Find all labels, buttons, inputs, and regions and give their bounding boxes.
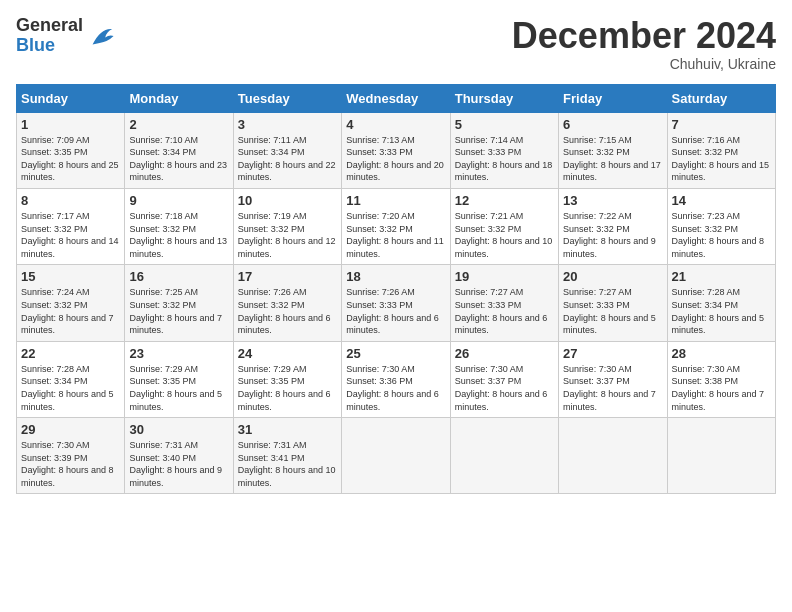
- day-number: 28: [672, 346, 771, 361]
- calendar-cell: 7Sunrise: 7:16 AMSunset: 3:32 PMDaylight…: [667, 112, 775, 188]
- day-number: 25: [346, 346, 445, 361]
- calendar-cell: 15Sunrise: 7:24 AMSunset: 3:32 PMDayligh…: [17, 265, 125, 341]
- day-info: Sunrise: 7:29 AMSunset: 3:35 PMDaylight:…: [238, 363, 337, 413]
- day-number: 16: [129, 269, 228, 284]
- title-block: December 2024 Chuhuiv, Ukraine: [512, 16, 776, 72]
- calendar-cell: 14Sunrise: 7:23 AMSunset: 3:32 PMDayligh…: [667, 188, 775, 264]
- day-number: 19: [455, 269, 554, 284]
- calendar-cell: 13Sunrise: 7:22 AMSunset: 3:32 PMDayligh…: [559, 188, 667, 264]
- calendar-cell: 2Sunrise: 7:10 AMSunset: 3:34 PMDaylight…: [125, 112, 233, 188]
- month-title: December 2024: [512, 16, 776, 56]
- day-info: Sunrise: 7:22 AMSunset: 3:32 PMDaylight:…: [563, 210, 662, 260]
- day-info: Sunrise: 7:24 AMSunset: 3:32 PMDaylight:…: [21, 286, 120, 336]
- calendar-cell: [342, 418, 450, 494]
- day-number: 26: [455, 346, 554, 361]
- day-number: 17: [238, 269, 337, 284]
- calendar-cell: [450, 418, 558, 494]
- calendar-cell: 6Sunrise: 7:15 AMSunset: 3:32 PMDaylight…: [559, 112, 667, 188]
- logo-icon: [87, 22, 115, 50]
- day-info: Sunrise: 7:11 AMSunset: 3:34 PMDaylight:…: [238, 134, 337, 184]
- day-info: Sunrise: 7:25 AMSunset: 3:32 PMDaylight:…: [129, 286, 228, 336]
- col-header-friday: Friday: [559, 84, 667, 112]
- day-info: Sunrise: 7:27 AMSunset: 3:33 PMDaylight:…: [563, 286, 662, 336]
- col-header-thursday: Thursday: [450, 84, 558, 112]
- calendar-week-3: 15Sunrise: 7:24 AMSunset: 3:32 PMDayligh…: [17, 265, 776, 341]
- day-info: Sunrise: 7:18 AMSunset: 3:32 PMDaylight:…: [129, 210, 228, 260]
- day-number: 24: [238, 346, 337, 361]
- subtitle: Chuhuiv, Ukraine: [512, 56, 776, 72]
- day-number: 1: [21, 117, 120, 132]
- calendar-week-5: 29Sunrise: 7:30 AMSunset: 3:39 PMDayligh…: [17, 418, 776, 494]
- day-info: Sunrise: 7:19 AMSunset: 3:32 PMDaylight:…: [238, 210, 337, 260]
- logo-text: General Blue: [16, 16, 83, 56]
- day-number: 2: [129, 117, 228, 132]
- day-info: Sunrise: 7:27 AMSunset: 3:33 PMDaylight:…: [455, 286, 554, 336]
- day-info: Sunrise: 7:15 AMSunset: 3:32 PMDaylight:…: [563, 134, 662, 184]
- day-number: 29: [21, 422, 120, 437]
- day-info: Sunrise: 7:31 AMSunset: 3:40 PMDaylight:…: [129, 439, 228, 489]
- calendar-cell: 23Sunrise: 7:29 AMSunset: 3:35 PMDayligh…: [125, 341, 233, 417]
- calendar-cell: 27Sunrise: 7:30 AMSunset: 3:37 PMDayligh…: [559, 341, 667, 417]
- calendar-cell: 17Sunrise: 7:26 AMSunset: 3:32 PMDayligh…: [233, 265, 341, 341]
- day-info: Sunrise: 7:26 AMSunset: 3:33 PMDaylight:…: [346, 286, 445, 336]
- logo-general: General: [16, 15, 83, 35]
- col-header-monday: Monday: [125, 84, 233, 112]
- col-header-wednesday: Wednesday: [342, 84, 450, 112]
- day-number: 30: [129, 422, 228, 437]
- calendar-cell: 30Sunrise: 7:31 AMSunset: 3:40 PMDayligh…: [125, 418, 233, 494]
- day-info: Sunrise: 7:17 AMSunset: 3:32 PMDaylight:…: [21, 210, 120, 260]
- calendar-cell: 29Sunrise: 7:30 AMSunset: 3:39 PMDayligh…: [17, 418, 125, 494]
- day-info: Sunrise: 7:09 AMSunset: 3:35 PMDaylight:…: [21, 134, 120, 184]
- logo-blue: Blue: [16, 35, 55, 55]
- day-number: 18: [346, 269, 445, 284]
- day-number: 31: [238, 422, 337, 437]
- day-info: Sunrise: 7:10 AMSunset: 3:34 PMDaylight:…: [129, 134, 228, 184]
- day-info: Sunrise: 7:20 AMSunset: 3:32 PMDaylight:…: [346, 210, 445, 260]
- day-number: 3: [238, 117, 337, 132]
- day-number: 5: [455, 117, 554, 132]
- day-info: Sunrise: 7:21 AMSunset: 3:32 PMDaylight:…: [455, 210, 554, 260]
- day-number: 14: [672, 193, 771, 208]
- calendar-week-2: 8Sunrise: 7:17 AMSunset: 3:32 PMDaylight…: [17, 188, 776, 264]
- day-info: Sunrise: 7:23 AMSunset: 3:32 PMDaylight:…: [672, 210, 771, 260]
- day-number: 10: [238, 193, 337, 208]
- calendar-cell: 28Sunrise: 7:30 AMSunset: 3:38 PMDayligh…: [667, 341, 775, 417]
- calendar-cell: 11Sunrise: 7:20 AMSunset: 3:32 PMDayligh…: [342, 188, 450, 264]
- day-number: 27: [563, 346, 662, 361]
- col-header-tuesday: Tuesday: [233, 84, 341, 112]
- calendar-cell: 3Sunrise: 7:11 AMSunset: 3:34 PMDaylight…: [233, 112, 341, 188]
- col-header-saturday: Saturday: [667, 84, 775, 112]
- calendar-cell: 16Sunrise: 7:25 AMSunset: 3:32 PMDayligh…: [125, 265, 233, 341]
- day-info: Sunrise: 7:28 AMSunset: 3:34 PMDaylight:…: [672, 286, 771, 336]
- calendar-table: SundayMondayTuesdayWednesdayThursdayFrid…: [16, 84, 776, 495]
- calendar-cell: [667, 418, 775, 494]
- day-info: Sunrise: 7:30 AMSunset: 3:37 PMDaylight:…: [563, 363, 662, 413]
- day-number: 8: [21, 193, 120, 208]
- col-header-sunday: Sunday: [17, 84, 125, 112]
- day-info: Sunrise: 7:28 AMSunset: 3:34 PMDaylight:…: [21, 363, 120, 413]
- calendar-cell: 10Sunrise: 7:19 AMSunset: 3:32 PMDayligh…: [233, 188, 341, 264]
- calendar-cell: 4Sunrise: 7:13 AMSunset: 3:33 PMDaylight…: [342, 112, 450, 188]
- day-number: 12: [455, 193, 554, 208]
- page-header: General Blue December 2024 Chuhuiv, Ukra…: [16, 16, 776, 72]
- day-info: Sunrise: 7:30 AMSunset: 3:36 PMDaylight:…: [346, 363, 445, 413]
- day-info: Sunrise: 7:16 AMSunset: 3:32 PMDaylight:…: [672, 134, 771, 184]
- day-info: Sunrise: 7:29 AMSunset: 3:35 PMDaylight:…: [129, 363, 228, 413]
- calendar-cell: 12Sunrise: 7:21 AMSunset: 3:32 PMDayligh…: [450, 188, 558, 264]
- day-number: 22: [21, 346, 120, 361]
- day-number: 11: [346, 193, 445, 208]
- day-number: 4: [346, 117, 445, 132]
- day-number: 7: [672, 117, 771, 132]
- day-info: Sunrise: 7:31 AMSunset: 3:41 PMDaylight:…: [238, 439, 337, 489]
- day-info: Sunrise: 7:30 AMSunset: 3:37 PMDaylight:…: [455, 363, 554, 413]
- day-info: Sunrise: 7:13 AMSunset: 3:33 PMDaylight:…: [346, 134, 445, 184]
- calendar-cell: 25Sunrise: 7:30 AMSunset: 3:36 PMDayligh…: [342, 341, 450, 417]
- header-row: SundayMondayTuesdayWednesdayThursdayFrid…: [17, 84, 776, 112]
- day-number: 20: [563, 269, 662, 284]
- day-number: 23: [129, 346, 228, 361]
- day-number: 13: [563, 193, 662, 208]
- day-info: Sunrise: 7:14 AMSunset: 3:33 PMDaylight:…: [455, 134, 554, 184]
- calendar-cell: 22Sunrise: 7:28 AMSunset: 3:34 PMDayligh…: [17, 341, 125, 417]
- calendar-cell: [559, 418, 667, 494]
- calendar-cell: 21Sunrise: 7:28 AMSunset: 3:34 PMDayligh…: [667, 265, 775, 341]
